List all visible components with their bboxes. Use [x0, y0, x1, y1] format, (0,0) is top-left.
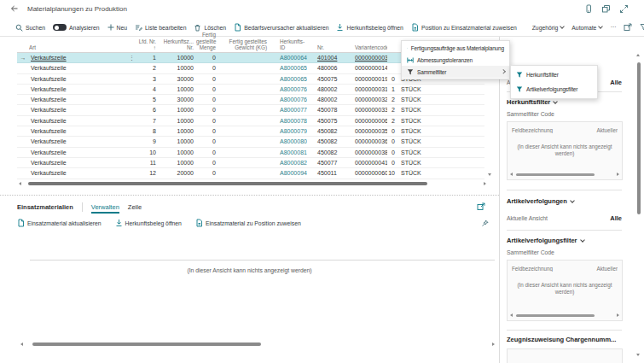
cell-lfd-nr[interactable]: 7: [136, 116, 159, 126]
cell-nr[interactable]: 480006: [307, 63, 346, 73]
header-fertig-gewicht[interactable]: Fertig gestelltes Gewicht (KG): [218, 38, 270, 52]
cell-herkunftszeilennr[interactable]: 10000: [159, 126, 196, 137]
lines-column-header[interactable]: [400, 258, 432, 260]
cell-fertig-menge[interactable]: 0: [196, 105, 218, 115]
cell-nr[interactable]: 450082: [307, 126, 346, 137]
cell-herkunfts-id-link[interactable]: A8000081: [270, 148, 307, 158]
header-art[interactable]: Art: [29, 44, 136, 52]
cell-einheit[interactable]: STÜCK: [397, 126, 426, 137]
art-link[interactable]: Verkaufszeile: [31, 137, 67, 147]
cell-herkunfts-id-link[interactable]: A8000065: [270, 74, 307, 85]
art-link[interactable]: Verkaufszeile: [31, 116, 67, 126]
scroll-right-arrow[interactable]: [617, 313, 619, 317]
cell-variantencode[interactable]: 0000000036: [346, 137, 387, 147]
cell-variantencode[interactable]: 0000000031: [346, 85, 387, 95]
scroll-down-arrow[interactable]: [488, 173, 491, 176]
art-link[interactable]: Verkaufszeile: [31, 168, 67, 179]
cell-herkunfts-id-link[interactable]: A8000094: [270, 168, 307, 179]
header-variantencode[interactable]: Variantencode: [346, 44, 387, 52]
delete-button[interactable]: Löschen: [194, 24, 226, 32]
cell-art[interactable]: Verkaufszeile: [29, 95, 136, 105]
cell-art[interactable]: Verkaufszeile: [29, 158, 136, 168]
cell-nr[interactable]: 450082: [307, 137, 346, 147]
update-material-button[interactable]: Einsatzmaterial aktualisieren: [17, 219, 102, 227]
cell-variantencode[interactable]: 0000000019: [346, 74, 387, 85]
submenu-item-herkunftsfilter[interactable]: Herkunftsfilter: [511, 67, 597, 82]
cell-menge2[interactable]: 2: [387, 95, 397, 105]
menu-item-abmessungstoleranzen[interactable]: Abmessungstoleranzen: [402, 54, 509, 66]
header-nr[interactable]: Nr.: [307, 44, 346, 52]
cell-lfd-nr[interactable]: 8: [136, 126, 159, 137]
cell-einheit[interactable]: STÜCK: [397, 116, 426, 126]
cell-einheit[interactable]: STÜCK: [397, 85, 426, 95]
grid-horizontal-scrollbar[interactable]: [510, 172, 619, 177]
cell-herkunftszeilennr[interactable]: 10000: [159, 137, 196, 147]
cell-menge2[interactable]: 1: [387, 85, 397, 95]
cell-herkunftszeilennr[interactable]: 30000: [159, 74, 196, 85]
scroll-left-arrow[interactable]: [20, 343, 23, 346]
cell-herkunftszeilennr[interactable]: 10000: [159, 63, 196, 73]
scrollbar-track[interactable]: [24, 181, 481, 185]
scrollbar-thumb[interactable]: [28, 182, 427, 185]
more-options-button[interactable]: ⋯: [610, 24, 616, 31]
lines-column-header[interactable]: [241, 258, 289, 260]
cell-lfd-nr[interactable]: 11: [136, 158, 159, 168]
cell-einheit[interactable]: STÜCK: [397, 148, 426, 158]
art-link[interactable]: Verkaufszeile: [31, 63, 67, 73]
cell-menge2[interactable]: 0: [387, 148, 397, 158]
cell-menge2[interactable]: 0: [387, 126, 397, 137]
cell-einheit[interactable]: STÜCK: [397, 105, 426, 115]
lines-column-header[interactable]: [219, 258, 241, 260]
header-herkunfts-id[interactable]: Herkunfts-ID: [270, 38, 307, 52]
scroll-down-arrow[interactable]: [636, 354, 640, 356]
cell-fertig-menge[interactable]: 0: [196, 85, 218, 95]
cell-art[interactable]: Verkaufszeile⋮: [29, 53, 136, 63]
scrollbar-thumb[interactable]: [32, 343, 261, 346]
cell-variantencode[interactable]: 0000000038: [346, 148, 387, 158]
edit-list-button[interactable]: Liste bearbeiten: [135, 24, 186, 32]
cell-herkunfts-id-link[interactable]: A8000065: [270, 63, 307, 73]
cell-herkunftszeilennr[interactable]: 10000: [159, 158, 196, 168]
table-row[interactable]: Verkaufszeile 7 10000 0 A8000078 450075 …: [17, 116, 484, 126]
cell-herkunfts-id-link[interactable]: A8000076: [270, 85, 307, 95]
current-view-value[interactable]: Alle: [610, 79, 622, 86]
cell-herkunfts-id-link[interactable]: A8000080: [270, 137, 307, 147]
cell-variantencode[interactable]: 0000000032: [346, 95, 387, 105]
automate-menu-button[interactable]: Automate: [571, 25, 602, 31]
table-row[interactable]: Verkaufszeile 12 20000 0 A8000094 450011…: [17, 168, 484, 179]
resize-icon[interactable]: [619, 4, 629, 14]
cell-variantencode[interactable]: 0000000003: [346, 53, 387, 63]
scroll-up-arrow[interactable]: [636, 54, 640, 56]
analyze-toggle[interactable]: [53, 24, 67, 31]
tab-verwalten[interactable]: Verwalten: [91, 203, 119, 211]
cell-art[interactable]: Verkaufszeile: [29, 168, 136, 179]
cell-nr[interactable]: 450075: [307, 116, 346, 126]
cell-herkunfts-id-link[interactable]: A8000079: [270, 126, 307, 137]
submenu-item-artikelverfolgungsfilter[interactable]: Artikelverfolgungsfilter: [511, 82, 597, 97]
cell-lfd-nr[interactable]: 10: [136, 148, 159, 158]
scrollbar-track[interactable]: [26, 342, 490, 346]
cell-nr[interactable]: 480002: [307, 85, 346, 95]
cell-einheit[interactable]: STÜCK: [397, 95, 426, 105]
cell-fertig-menge[interactable]: 0: [196, 116, 218, 126]
cell-herkunftszeilennr[interactable]: 10000: [159, 105, 196, 115]
table-row[interactable]: Verkaufszeile 10 10000 0 A8000081 450082…: [17, 148, 484, 158]
cell-art[interactable]: Verkaufszeile: [29, 85, 136, 95]
main-horizontal-scrollbar[interactable]: [19, 180, 486, 186]
cell-einheit[interactable]: STÜCK: [397, 137, 426, 147]
header-qty[interactable]: [387, 50, 397, 52]
section-artikelverfolgungen[interactable]: Artikelverfolgungen: [507, 197, 574, 205]
open-source-doc-button[interactable]: Herkunftsbeleg öffnen: [336, 23, 403, 32]
row-menu-dots[interactable]: ⋮: [129, 53, 136, 63]
cell-nr[interactable]: 401004: [307, 53, 346, 63]
cell-variantencode[interactable]: 0000000014: [346, 63, 387, 73]
cell-menge2[interactable]: 2: [387, 105, 397, 115]
art-link[interactable]: Verkaufszeile: [31, 95, 67, 105]
cell-lfd-nr[interactable]: 2: [136, 63, 159, 73]
art-link[interactable]: Verkaufszeile: [31, 85, 67, 95]
cell-variantencode[interactable]: 0000000033: [346, 105, 387, 115]
cell-variantencode[interactable]: 0000000041: [346, 158, 387, 168]
lines-column-header[interactable]: [76, 258, 108, 260]
cell-lfd-nr[interactable]: 6: [136, 105, 159, 115]
scrollbar-track[interactable]: [514, 313, 615, 317]
